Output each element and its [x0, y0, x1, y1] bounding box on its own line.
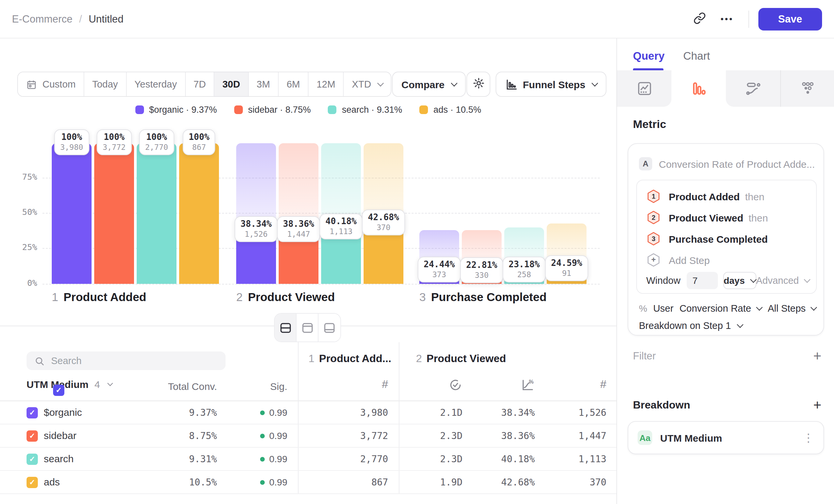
- breakdown-on-step-dropdown[interactable]: Breakdown on Step 1: [639, 320, 742, 331]
- significance-dot: [260, 410, 265, 415]
- cell-step2-count: 370: [590, 477, 607, 487]
- table-row-search[interactable]: ✓search9.31%0.992,7702.3D40.18%1,113: [0, 448, 616, 471]
- breakdown-item[interactable]: Aa UTM Medium ⋮: [628, 421, 824, 454]
- tooltip-count: 91: [551, 268, 582, 277]
- row-checkbox[interactable]: ✓: [26, 407, 38, 418]
- table-group-header[interactable]: ✓ UTM Medium 4: [26, 379, 112, 390]
- filter-section: Filter +: [633, 350, 821, 362]
- advanced-dropdown[interactable]: Advanced: [756, 275, 809, 286]
- report-type-tab-insights[interactable]: [617, 70, 672, 107]
- step-hexagon-badge: 2: [646, 210, 661, 225]
- significance-dot: [260, 457, 265, 461]
- svg-text:+: +: [651, 255, 656, 264]
- y-axis-label: 25%: [8, 243, 37, 252]
- table-body: ✓$organic9.37%0.993,9802.1D38.34%1,526✓s…: [0, 401, 616, 494]
- cell-avg-time: 2.3D: [440, 430, 462, 441]
- tab-query[interactable]: Query: [633, 50, 664, 62]
- steps-scope-dropdown[interactable]: All Steps: [768, 303, 816, 314]
- bar-segment[interactable]: [137, 143, 176, 284]
- tooltip-count: 373: [424, 270, 455, 279]
- cell-step1-count: 3,980: [360, 407, 388, 418]
- report-type-tab-funnels[interactable]: [672, 70, 726, 107]
- cell-total-conv: 10.5%: [189, 477, 217, 487]
- bar-segment[interactable]: [179, 143, 219, 284]
- tooltip-count: 3,980: [60, 142, 83, 152]
- significance-value: 0.99: [269, 407, 288, 418]
- breadcrumb-parent[interactable]: E-Commerce: [12, 13, 73, 25]
- measure-dropdown[interactable]: Conversion Rate: [679, 303, 762, 314]
- header-divider: [748, 10, 749, 27]
- view-toggle-split-view[interactable]: [275, 314, 297, 342]
- step-number: 1: [309, 353, 314, 364]
- view-toggle-chart-only[interactable]: [297, 314, 319, 342]
- cell-step1-count: 2,770: [360, 454, 388, 464]
- add-step-button[interactable]: +Add Step: [646, 249, 709, 271]
- metric-title-row[interactable]: A Conversion Rate of Product Adde...: [639, 157, 815, 170]
- breakdown-item-label: UTM Medium: [660, 432, 722, 443]
- save-button[interactable]: Save: [759, 8, 822, 30]
- ellipsis-icon: •••: [721, 14, 733, 24]
- table-row-ads[interactable]: ✓ads10.5%0.998671.9D42.68%370: [0, 471, 616, 494]
- report-type-tab-retention[interactable]: [780, 70, 834, 107]
- report-type-tabs: [617, 70, 834, 107]
- conversion-rate-icon: %: [521, 378, 535, 395]
- metric-step-1[interactable]: 1Product Addedthen: [646, 186, 764, 207]
- cell-step2-count: 1,113: [578, 454, 607, 464]
- chevron-down-icon: [811, 304, 817, 311]
- bar-segment[interactable]: [94, 143, 134, 284]
- retention-icon: [799, 80, 816, 97]
- cell-step1-count: 867: [371, 477, 388, 487]
- metric-step-2[interactable]: 2Product Viewedthen: [646, 207, 768, 228]
- step-then-suffix: then: [745, 191, 764, 202]
- add-step-label: Add Step: [669, 254, 709, 266]
- metric-card: A Conversion Rate of Product Adde... Win…: [628, 143, 824, 336]
- bar-organic-step2: 38.34%1,526: [236, 143, 276, 284]
- window-value-input[interactable]: 7: [686, 272, 718, 289]
- window-unit-dropdown[interactable]: days: [723, 272, 756, 289]
- more-menu-button[interactable]: •••: [711, 8, 743, 30]
- share-link-button[interactable]: [689, 8, 711, 30]
- step-label-2: 2Product Viewed: [236, 291, 335, 304]
- breakdown-label: Breakdown: [633, 399, 690, 411]
- significance-dot: [260, 480, 265, 484]
- bar-sidebar-step2: 38.36%1,447: [279, 143, 319, 284]
- view-toggle-table-only[interactable]: [319, 314, 341, 342]
- add-filter-button[interactable]: +: [813, 350, 821, 362]
- tab-chart[interactable]: Chart: [683, 50, 710, 62]
- funnel-step-group-3: 24.44%37322.81%33023.18%25824.59%91: [419, 143, 587, 284]
- cell-significance: 0.99: [260, 407, 288, 418]
- funnel-steps-card: Window 7 days Advanced 1Product Addedthe…: [636, 180, 817, 294]
- search-input[interactable]: Search: [26, 351, 225, 370]
- breadcrumb-current[interactable]: Untitled: [89, 13, 124, 25]
- cell-conversion-rate: 42.68%: [501, 477, 535, 487]
- row-checkbox[interactable]: ✓: [26, 430, 38, 442]
- row-checkbox[interactable]: ✓: [26, 454, 38, 465]
- funnel-chart: 75%50%25%0%100%3,980100%3,772100%2,77010…: [0, 39, 616, 326]
- table-row-sidebar[interactable]: ✓sidebar8.75%0.993,7722.3D38.36%1,447: [0, 425, 616, 448]
- bar-value-tooltip: 42.68%370: [362, 210, 405, 236]
- row-name: sidebar: [44, 430, 76, 441]
- bar-segment[interactable]: [52, 143, 92, 284]
- metric-step-3[interactable]: 3Purchase Completed: [646, 228, 768, 249]
- master-checkbox[interactable]: ✓: [53, 385, 64, 396]
- tooltip-count: 370: [368, 223, 399, 232]
- report-type-tab-flows[interactable]: [726, 70, 780, 107]
- kebab-menu-icon[interactable]: ⋮: [803, 431, 814, 445]
- chevron-down-icon: [107, 380, 113, 386]
- tooltip-count: 1,113: [325, 227, 357, 236]
- counting-row: % User Conversion Rate All Steps: [639, 303, 816, 314]
- table-row-organic[interactable]: ✓$organic9.37%0.993,9802.1D38.34%1,526: [0, 401, 616, 425]
- tooltip-percent: 100%: [145, 132, 168, 142]
- add-step-hexagon-icon: +: [646, 253, 661, 267]
- window-unit-label: days: [724, 275, 745, 286]
- cell-significance: 0.99: [260, 454, 288, 464]
- add-breakdown-button[interactable]: +: [813, 399, 821, 411]
- cell-step1-count: 3,772: [360, 430, 388, 441]
- cell-total-conv: 8.75%: [189, 430, 217, 441]
- svg-text:3: 3: [652, 235, 655, 243]
- cell-avg-time: 1.9D: [440, 477, 462, 487]
- bar-value-tooltip: 38.34%1,526: [235, 216, 278, 242]
- counting-entity[interactable]: User: [653, 303, 674, 314]
- row-checkbox[interactable]: ✓: [26, 477, 38, 488]
- avg-time-icon: [448, 378, 462, 395]
